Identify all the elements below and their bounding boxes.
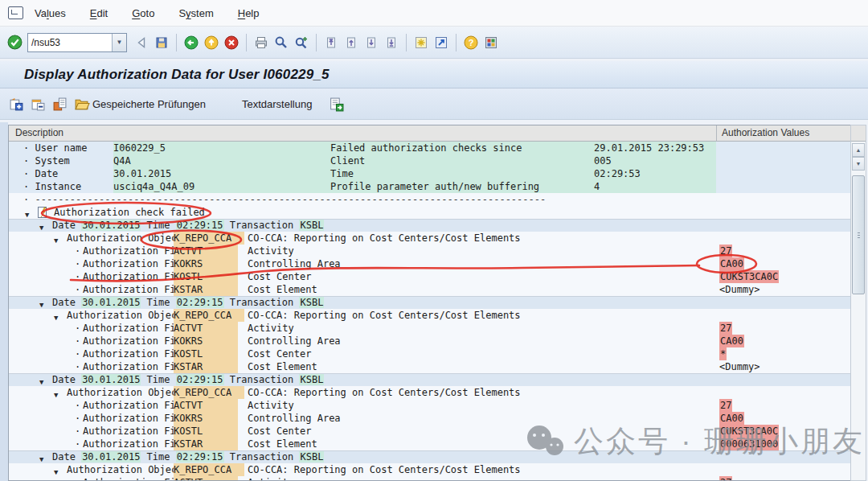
command-field[interactable] [28,34,112,51]
standard-toolbar: ▼ ? [0,27,868,59]
auth-field-name: KOSTL [174,347,238,360]
auth-field-desc: Cost Center [248,425,311,438]
tree-row-object[interactable]: ▼ Authorization Object K_REPO_CCA CO-CCA… [9,386,850,399]
date-row-text: Date 30.01.2015 Time 02:29:15 Transactio… [52,219,324,232]
new-session-icon[interactable] [412,34,430,51]
command-dropdown-icon[interactable]: ▼ [112,34,126,51]
field-bullet: · [75,438,80,450]
info-label-2: Profile parameter auth/new buffering [330,180,539,193]
tree-row-field[interactable]: · Authorization Field KSTAR Cost Element… [9,360,850,373]
collapse-all-icon[interactable] [29,95,47,113]
auth-field-name: KSTAR [174,438,238,450]
tree-row-field[interactable]: · Authorization Field KOSTL Cost Center … [9,425,850,438]
auth-field-desc: Cost Element [248,438,317,450]
tree-row-field[interactable]: · Authorization Field KOSTL Cost Center … [9,347,850,360]
auth-field-desc: Cost Center [248,347,311,360]
cancel-icon[interactable] [223,34,240,51]
tree-row-date[interactable]: ▼ Date 30.01.2015 Time 02:29:15 Transact… [9,296,850,309]
separator-row: · --------------------------------------… [9,193,850,206]
field-bullet: · [75,283,80,296]
column-description: Description [15,127,63,138]
field-bullet: · [75,425,80,438]
customize-icon[interactable] [482,34,500,51]
auth-object-label: Authorization Object [67,386,183,399]
saved-checks-button[interactable]: Gespeicherte Prüfungen [72,95,217,113]
toolbar-separator [456,34,457,51]
exit-icon[interactable] [203,34,220,51]
auth-value: * [719,347,727,360]
find-icon[interactable] [272,34,290,51]
menu-item[interactable]: Help [238,7,260,19]
field-bullet: · [75,347,80,360]
auth-value: CA00 [719,412,744,425]
tree-row-field[interactable]: · Authorization Field KOKRS Controlling … [9,412,850,425]
scroll-down-icon[interactable]: ▼ [852,157,865,171]
last-page-icon[interactable] [383,34,400,51]
info-label-2: Time [330,167,354,180]
back-triangle-icon[interactable] [133,34,150,51]
open-folder-icon [72,95,90,113]
auth-field-name: KOKRS [174,335,238,347]
auth-field-name: ACTVT [174,476,238,481]
tree-row-field[interactable]: · Authorization Field KOKRS Controlling … [9,335,850,347]
auth-value: 27 [719,245,732,257]
save-icon[interactable] [153,34,170,51]
info-value-2: 005 [594,154,612,167]
shortcut-icon[interactable] [432,34,450,51]
info-value: 30.01.2015 [113,167,171,180]
auth-field-name: ACTVT [174,245,238,257]
field-bullet: · [75,399,80,412]
expand-all-icon[interactable] [7,95,25,113]
auth-field-desc: Activity [248,245,294,257]
enter-icon[interactable] [6,34,23,51]
info-highlight-strip [113,154,716,167]
tree-row-field[interactable]: · Authorization Field KSTAR Cost Element… [9,283,850,296]
tree-row-field[interactable]: · Authorization Field KOSTL Cost Center … [9,270,850,283]
tree-row-date[interactable]: ▼ Date 30.01.2015 Time 02:29:15 Transact… [9,373,850,386]
help-icon[interactable]: ? [462,34,480,51]
info-label: · Date [23,167,58,180]
copy-hierarchy-icon[interactable] [51,95,68,113]
tree-row-field[interactable]: · Authorization Field ACTVT Activity 27 [9,322,850,335]
menu-item[interactable]: Goto [132,7,154,19]
text-display-button[interactable]: Textdarstellung [221,98,323,110]
system-menu-icon[interactable] [8,6,23,19]
info-value-2: 02:29:53 [594,167,641,180]
tree-row-object[interactable]: ▼ Authorization Object K_REPO_CCA CO-CCA… [9,232,850,245]
menu-item[interactable]: Values [35,7,66,19]
grid-body: · User name I060229_5 Failed authorizati… [9,142,850,481]
field-bullet: · [75,412,80,425]
vertical-scrollbar[interactable]: ▲ ▼ [850,125,866,481]
scroll-up-icon[interactable]: ▲ [852,143,865,157]
page-up-icon[interactable] [342,34,360,51]
auth-field-desc: Cost Center [248,270,311,283]
back-icon[interactable] [182,34,200,51]
menu-item[interactable]: Edit [90,7,108,19]
column-auth-values: Authorization Values [722,127,809,138]
auth-value: CA00 [719,335,744,347]
tree-row-field[interactable]: · Authorization Field ACTVT Activity 27 [9,245,850,257]
find-next-icon[interactable] [293,34,310,51]
tree-row-date[interactable]: ▼ Date 30.01.2015 Time 02:29:15 Transact… [9,450,850,463]
menu-item[interactable]: System [178,7,213,19]
tree-row-field[interactable]: · Authorization Field ACTVT Activity 27 [9,476,850,481]
tree-row-field[interactable]: · Authorization Field KOKRS Controlling … [9,257,850,270]
tree-row-object[interactable]: ▼ Authorization Object K_REPO_CCA CO-CCA… [9,309,850,322]
auth-object-label: Authorization Object [67,232,183,245]
tree-row-field[interactable]: · Authorization Field ACTVT Activity 27 [9,399,850,412]
print-icon[interactable] [252,34,270,51]
info-row: · System Q4A Client 005 [9,154,850,167]
page-down-icon[interactable] [362,34,380,51]
first-page-icon[interactable] [322,34,340,51]
grid-header: Description Authorization Values [9,125,850,142]
auth-field-desc: Controlling Area [248,335,341,347]
tree-root-row[interactable]: ▼ Authorization check failed [9,206,850,219]
scrollbar-thumb[interactable] [852,175,865,294]
auth-value: 0000631000 [719,438,779,450]
info-label-2: Failed authorization checks since [330,142,522,154]
info-row: · User name I060229_5 Failed authorizati… [9,142,850,154]
tree-row-field[interactable]: · Authorization Field KSTAR Cost Element… [9,438,850,450]
tree-row-object[interactable]: ▼ Authorization Object K_REPO_CCA CO-CCA… [9,463,850,476]
export-icon[interactable] [327,95,345,113]
tree-row-date[interactable]: ▼ Date 30.01.2015 Time 02:29:15 Transact… [9,219,850,232]
